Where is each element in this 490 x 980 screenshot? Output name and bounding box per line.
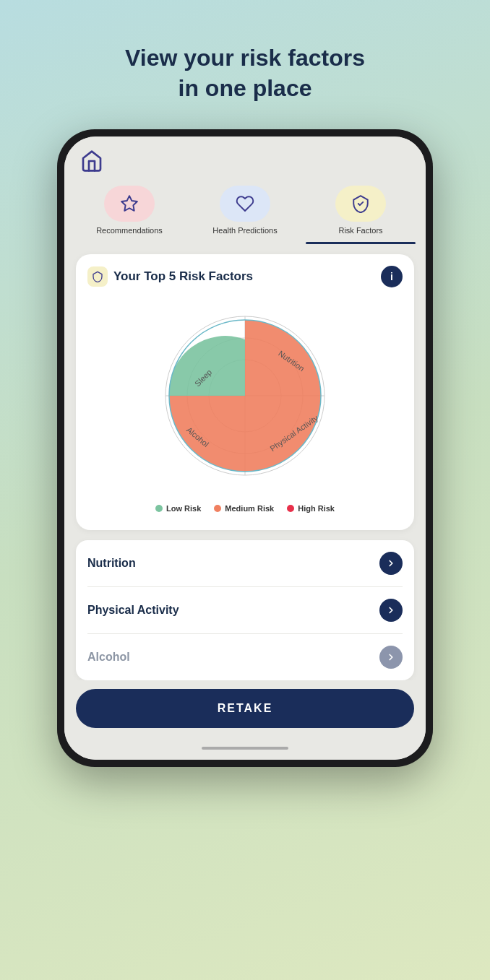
legend-low-risk: Low Risk [155, 504, 201, 513]
phone-frame: Recommendations Health Predictions [57, 129, 433, 767]
tab-active-indicator [306, 242, 416, 244]
low-risk-label: Low Risk [166, 504, 201, 513]
risk-card-title-wrap: Your Top 5 Risk Factors [87, 266, 253, 287]
list-item-label-physical-activity: Physical Activity [87, 604, 179, 617]
legend-high-risk: High Risk [287, 504, 335, 513]
bottom-section: RETAKE [64, 680, 426, 740]
risk-card: Your Top 5 Risk Factors i [76, 254, 414, 530]
chart-container: Sleep Nutrition Physical Activity Alcoho… [87, 295, 403, 497]
hero-title: View your risk factors in one place [96, 43, 394, 103]
tab-icon-recommendations [104, 186, 155, 222]
retake-button[interactable]: RETAKE [76, 689, 414, 728]
risk-card-title: Your Top 5 Risk Factors [113, 269, 253, 284]
tab-risk-factors[interactable]: Risk Factors [306, 186, 416, 244]
tab-icon-health-predictions [220, 186, 270, 222]
legend-medium-risk: Medium Risk [214, 504, 274, 513]
home-indicator [64, 740, 426, 760]
list-card: Nutrition Physical Activity [76, 540, 414, 680]
tab-label-health-predictions: Health Predictions [212, 226, 277, 235]
arrow-btn-alcohol[interactable] [379, 646, 403, 669]
home-bar [202, 747, 288, 750]
medium-risk-dot [214, 505, 221, 512]
high-risk-label: High Risk [298, 504, 335, 513]
arrow-btn-physical-activity[interactable] [379, 599, 403, 622]
phone-screen: Recommendations Health Predictions [64, 136, 426, 760]
legend-row: Low Risk Medium Risk High Risk [87, 497, 403, 523]
tabs-row: Recommendations Health Predictions [64, 180, 426, 244]
card-section: Your Top 5 Risk Factors i [64, 244, 426, 530]
top-bar [64, 136, 426, 180]
tab-health-predictions[interactable]: Health Predictions [190, 186, 300, 244]
tab-recommendations[interactable]: Recommendations [74, 186, 184, 244]
shield-icon-small [87, 266, 108, 287]
medium-risk-label: Medium Risk [225, 504, 274, 513]
list-item-nutrition[interactable]: Nutrition [87, 540, 403, 587]
home-icon[interactable] [80, 149, 103, 175]
tab-label-risk-factors: Risk Factors [338, 226, 382, 235]
list-item-alcohol[interactable]: Alcohol [87, 634, 403, 680]
svg-marker-0 [121, 196, 137, 211]
tab-icon-risk-factors [335, 186, 386, 222]
info-button[interactable]: i [381, 266, 403, 287]
tab-label-recommendations: Recommendations [96, 226, 163, 235]
radar-chart: Sleep Nutrition Physical Activity Alcoho… [144, 295, 346, 497]
list-item-label-alcohol: Alcohol [87, 651, 130, 664]
list-item-physical-activity[interactable]: Physical Activity [87, 587, 403, 634]
arrow-btn-nutrition[interactable] [379, 552, 403, 575]
low-risk-dot [155, 505, 163, 512]
high-risk-dot [287, 505, 294, 512]
list-section: Nutrition Physical Activity [64, 540, 426, 680]
risk-card-header: Your Top 5 Risk Factors i [87, 266, 403, 287]
list-item-label-nutrition: Nutrition [87, 557, 136, 570]
